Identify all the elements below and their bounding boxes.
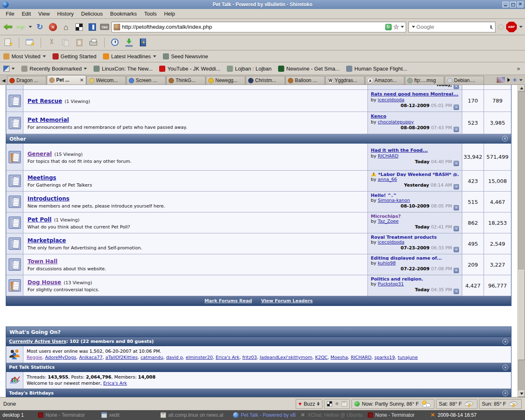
last-post-user-link[interactable]: anna_66 (378, 177, 397, 182)
bookmark-item[interactable]: Getting Started (52, 53, 96, 59)
history-dropdown-caret[interactable] (29, 26, 32, 28)
active-user-link[interactable]: fritz03 (242, 355, 257, 360)
bookmark-star-icon[interactable]: ☆ (393, 23, 399, 31)
reload-button[interactable]: ↻ (34, 22, 45, 32)
last-post-title-link[interactable]: Editing displayed name of... (371, 256, 442, 260)
goto-last-post-icon[interactable]: » (454, 105, 459, 110)
desktop-pager-label[interactable]: desktop 1 (2, 412, 24, 418)
active-user-link[interactable]: aTailOf2Kitties (105, 355, 137, 360)
last-post-user-link[interactable]: Puckstop31 (378, 281, 404, 287)
active-user-link[interactable]: K2QC (315, 355, 328, 360)
bookmark-item[interactable]: Newsvine - Get Sma... (278, 66, 340, 72)
minimize-button[interactable] (502, 2, 509, 7)
tab-thumbnail-icon[interactable] (497, 77, 505, 83)
last-post-user-link[interactable]: kuhio98 (378, 260, 396, 266)
last-post-title-link[interactable]: *Labor Day Weekend *BASH* @... (378, 172, 459, 176)
forum-title-link[interactable]: Dog House (27, 279, 61, 285)
forum-title-link[interactable]: Pet Rescue (27, 98, 62, 104)
delicious-button[interactable] (74, 22, 84, 32)
browser-tab[interactable]: Pet ... ✕ (47, 75, 86, 84)
bookmark-item[interactable]: Human Space Flight... (346, 66, 407, 72)
browser-tab[interactable]: Newegg... (206, 76, 245, 84)
goto-last-post-icon[interactable]: » (454, 127, 459, 132)
browser-tab[interactable]: Debian.... (445, 76, 484, 84)
last-post-user-link[interactable]: Taz_Zoee (378, 219, 399, 224)
tag-button[interactable]: TAG (100, 24, 109, 30)
adblock-dropdown-caret[interactable] (519, 26, 523, 28)
browser-tab[interactable]: Balloon ... (285, 76, 325, 84)
downloads-button[interactable] (124, 38, 134, 48)
scrollbar-thumb[interactable] (518, 270, 525, 360)
browser-tab[interactable]: ftp:....msg (405, 76, 444, 84)
new-tab-plus-button[interactable]: + (513, 77, 517, 83)
active-user-link[interactable]: tunajune (398, 355, 418, 360)
active-user-link[interactable]: elminster20 (186, 355, 213, 360)
menu-item[interactable]: Help (161, 10, 178, 18)
last-post-title-link[interactable]: Microchips? (371, 214, 401, 218)
forum-title-link[interactable]: Town Hall (27, 258, 57, 265)
bookmarks-button[interactable] (138, 38, 148, 48)
goto-last-post-icon[interactable]: » (454, 161, 459, 166)
collapse-icon[interactable] (502, 339, 508, 345)
bookmark-item[interactable]: LinuxCon: The New... (94, 66, 153, 72)
bookmark-item[interactable]: YouTube - JK Weddi... (159, 66, 220, 72)
active-user-link[interactable]: RICHARD (351, 355, 371, 360)
home-button[interactable]: ⌂ (61, 22, 71, 32)
mail-icon[interactable] (342, 401, 347, 406)
last-post-title-link[interactable]: Hello! ^.^ (371, 193, 397, 197)
taskbar-window-button[interactable]: xedit (101, 412, 119, 418)
new-tab-button[interactable] (3, 38, 13, 48)
taskbar-window-button[interactable]: XChat: Hellow @ Ubuntu (300, 412, 363, 418)
forward-button[interactable] (16, 22, 26, 32)
goto-last-post-icon[interactable]: » (454, 85, 459, 89)
footer-link[interactable]: View Forum Leaders (261, 298, 313, 304)
last-post-user-link[interactable]: chocolatepuppy (378, 119, 414, 125)
active-user-link[interactable]: catmandu (140, 355, 163, 360)
last-post-user-link[interactable]: icecoldsoda (378, 240, 404, 245)
menu-item[interactable]: History (54, 10, 77, 18)
active-user-link[interactable]: sparks19 (374, 355, 395, 360)
forum-title-link[interactable]: Pet Memorial (27, 116, 69, 123)
buzz-widget[interactable]: ♥ Buzz (296, 399, 323, 409)
bookmark-item[interactable]: Most Visited (3, 53, 46, 59)
url-bar[interactable]: ↻ ☆ (112, 22, 406, 32)
stop-button[interactable] (48, 22, 58, 32)
footer-link[interactable]: Mark Forums Read (205, 298, 252, 304)
xchat-tray-icon[interactable] (430, 412, 436, 418)
history-button[interactable] (110, 38, 120, 48)
goto-last-post-icon[interactable]: » (454, 268, 459, 273)
browser-tab[interactable]: Welcom... (87, 76, 126, 84)
forum-title-link[interactable]: Marketplace (27, 237, 66, 244)
maximize-button[interactable] (510, 2, 516, 7)
last-post-title-link[interactable]: Kenco (371, 114, 386, 119)
bookmark-item[interactable]: Recently Bookmarked (21, 66, 87, 72)
close-button[interactable] (517, 2, 523, 7)
goto-last-post-icon[interactable]: » (454, 205, 459, 210)
collapse-icon[interactable] (502, 365, 508, 370)
search-icon[interactable] (490, 25, 492, 29)
forum-title-link[interactable]: General (27, 151, 52, 157)
last-post-user-link[interactable]: RICHARD (378, 153, 398, 159)
engine-dropdown-caret[interactable] (412, 26, 415, 28)
bookmarks-overflow-chevron[interactable]: » (517, 65, 522, 72)
browser-tab[interactable]: Dragon ... (7, 76, 46, 84)
active-user-link[interactable]: Reggie (27, 355, 42, 360)
bookmark-item[interactable]: Lojban : Lojban (227, 66, 272, 72)
menu-item[interactable]: Tools (141, 10, 160, 18)
back-button[interactable] (2, 22, 13, 32)
bookmark-item[interactable]: Seed Newsvine (163, 53, 208, 59)
forum-title-link[interactable]: Meetings (27, 174, 56, 181)
url-dropdown-caret[interactable] (401, 26, 404, 28)
scroll-down-button[interactable] (518, 390, 525, 397)
last-post-user-link[interactable]: Simona-kanon (378, 198, 410, 203)
feed-refresh-icon[interactable]: ↻ (385, 24, 392, 30)
tab-scroll-left-button[interactable]: ◀ (1, 76, 7, 84)
goto-last-post-icon[interactable]: » (454, 226, 459, 231)
weather-now[interactable]: Now: Partly Sunny, 86° F (352, 399, 434, 409)
browser-tab[interactable]: Christm... (246, 76, 285, 84)
collapse-icon[interactable] (502, 136, 508, 142)
search-input[interactable] (416, 24, 489, 30)
tab-scroll-right-button[interactable] (507, 78, 510, 82)
buzz-stepper-icon[interactable] (317, 402, 320, 406)
last-post-user-link[interactable]: icecoldsoda (378, 97, 404, 103)
